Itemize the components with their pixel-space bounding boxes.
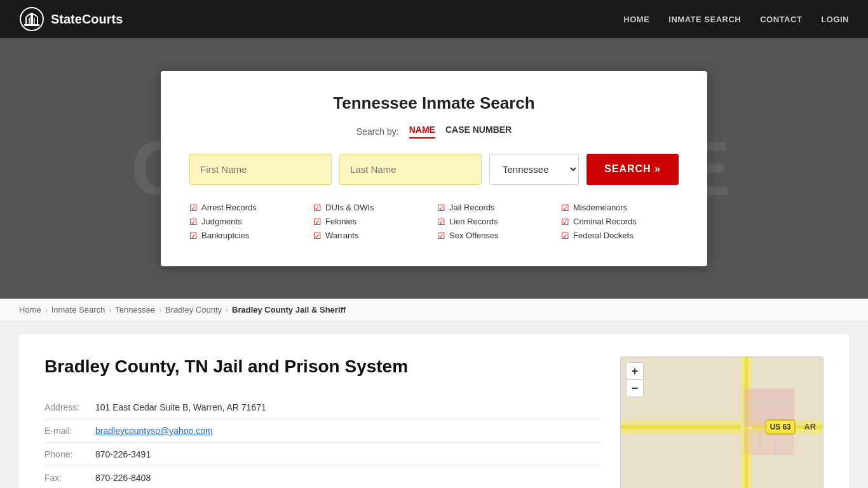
breadcrumb-sep-2: › (109, 306, 111, 315)
search-button[interactable]: SEARCH » (587, 154, 679, 185)
main-nav: HOME INMATE SEARCH CONTACT LOGIN (623, 15, 849, 24)
breadcrumb-home[interactable]: Home (19, 305, 41, 315)
check-item: ☑Warrants (313, 231, 431, 241)
breadcrumb-bradley-county[interactable]: Bradley County (165, 305, 222, 315)
check-item: ☑DUIs & DWIs (313, 203, 431, 213)
check-icon: ☑ (437, 217, 445, 227)
breadcrumb-current: Bradley County Jail & Sheriff (232, 305, 346, 315)
check-item: ☑Bankruptcies (189, 231, 307, 241)
check-label: Bankruptcies (201, 231, 249, 240)
email-row: E-mail: bradleycountyso@yahoo.com (44, 419, 601, 443)
check-icon: ☑ (189, 231, 198, 241)
check-icon: ☑ (561, 203, 569, 213)
info-table: Address: 101 East Cedar Suite B, Warren,… (44, 396, 601, 488)
map-zoom-out[interactable]: − (627, 380, 643, 396)
check-icon: ☑ (437, 231, 445, 241)
svg-text:AR: AR (804, 422, 816, 431)
logo-text: StateCourts (51, 12, 123, 27)
nav-inmate-search[interactable]: INMATE SEARCH (668, 15, 741, 24)
check-item: ☑Arrest Records (189, 203, 307, 213)
address-label: Address: (44, 396, 95, 419)
search-by-label: Search by: (356, 126, 399, 137)
email-label: E-mail: (44, 419, 95, 443)
nav-contact[interactable]: CONTACT (760, 15, 802, 24)
check-label: Felonies (325, 217, 356, 226)
map-controls: + − (626, 362, 644, 397)
fax-value: 870-226-8408 (95, 466, 601, 489)
hero-section: COURTHOUSE Tennessee Inmate Search Searc… (0, 38, 868, 299)
last-name-input[interactable] (339, 154, 482, 185)
check-item: ☑Federal Dockets (561, 231, 679, 241)
check-item: ☑Felonies (313, 217, 431, 227)
logo-area: StateCourts (19, 6, 123, 32)
page-title: Bradley County, TN Jail and Prison Syste… (44, 356, 601, 377)
map-zoom-in[interactable]: + (627, 363, 643, 379)
content-left: Bradley County, TN Jail and Prison Syste… (44, 356, 601, 488)
check-item: ☑Criminal Records (561, 217, 679, 227)
check-item: ☑Misdemeanors (561, 203, 679, 213)
check-icon: ☑ (189, 217, 198, 227)
tab-case-number[interactable]: CASE NUMBER (445, 125, 512, 139)
check-label: Warrants (325, 231, 358, 240)
state-select[interactable]: Tennessee (489, 154, 579, 185)
header: StateCourts HOME INMATE SEARCH CONTACT L… (0, 0, 868, 38)
check-icon: ☑ (189, 203, 198, 213)
phone-label: Phone: (44, 443, 95, 466)
check-item: ☑Sex Offenses (437, 231, 555, 241)
content-area: Bradley County, TN Jail and Prison Syste… (0, 322, 868, 488)
map-svg: US 63 AR (621, 357, 823, 488)
content-card: Bradley County, TN Jail and Prison Syste… (19, 334, 849, 488)
check-item: ☑Judgments (189, 217, 307, 227)
check-label: Sex Offenses (449, 231, 499, 240)
first-name-input[interactable] (189, 154, 332, 185)
tab-name[interactable]: NAME (409, 125, 435, 139)
content-right: + − (620, 356, 824, 488)
check-label: Misdemeanors (573, 203, 627, 212)
fax-label: Fax: (44, 466, 95, 489)
search-fields-row: Tennessee SEARCH » (189, 154, 679, 185)
check-item: ☑Jail Records (437, 203, 555, 213)
nav-home[interactable]: HOME (623, 15, 649, 24)
breadcrumb-inmate-search[interactable]: Inmate Search (51, 305, 105, 315)
search-card-title: Tennessee Inmate Search (189, 93, 679, 113)
check-label: Lien Records (449, 217, 498, 226)
email-value: bradleycountyso@yahoo.com (95, 419, 601, 443)
svg-rect-1 (24, 24, 39, 26)
logo-icon (19, 6, 44, 32)
breadcrumb-sep-1: › (45, 306, 48, 315)
breadcrumb: Home › Inmate Search › Tennessee › Bradl… (0, 299, 868, 322)
checks-grid: ☑Arrest Records☑DUIs & DWIs☑Jail Records… (189, 203, 679, 241)
check-icon: ☑ (313, 217, 322, 227)
phone-value: 870-226-3491 (95, 443, 601, 466)
breadcrumb-sep-3: › (159, 306, 161, 315)
check-icon: ☑ (561, 231, 569, 241)
map-container: + − (620, 356, 824, 488)
check-label: Federal Dockets (573, 231, 634, 240)
check-icon: ☑ (313, 203, 322, 213)
check-label: Jail Records (449, 203, 495, 212)
nav-login[interactable]: LOGIN (821, 15, 849, 24)
address-row: Address: 101 East Cedar Suite B, Warren,… (44, 396, 601, 419)
search-by-row: Search by: NAME CASE NUMBER (189, 125, 679, 139)
breadcrumb-sep-4: › (226, 306, 228, 315)
check-item: ☑Lien Records (437, 217, 555, 227)
address-value: 101 East Cedar Suite B, Warren, AR 71671 (95, 396, 601, 419)
fax-row: Fax: 870-226-8408 (44, 466, 601, 489)
check-icon: ☑ (437, 203, 445, 213)
check-icon: ☑ (313, 231, 322, 241)
check-label: Criminal Records (573, 217, 637, 226)
email-link[interactable]: bradleycountyso@yahoo.com (95, 426, 213, 436)
check-label: Judgments (201, 217, 242, 226)
search-card: Tennessee Inmate Search Search by: NAME … (161, 71, 707, 266)
check-label: Arrest Records (201, 203, 257, 212)
check-icon: ☑ (561, 217, 569, 227)
breadcrumb-tennessee[interactable]: Tennessee (115, 305, 155, 315)
svg-text:US 63: US 63 (770, 423, 791, 431)
check-label: DUIs & DWIs (325, 203, 374, 212)
phone-row: Phone: 870-226-3491 (44, 443, 601, 466)
